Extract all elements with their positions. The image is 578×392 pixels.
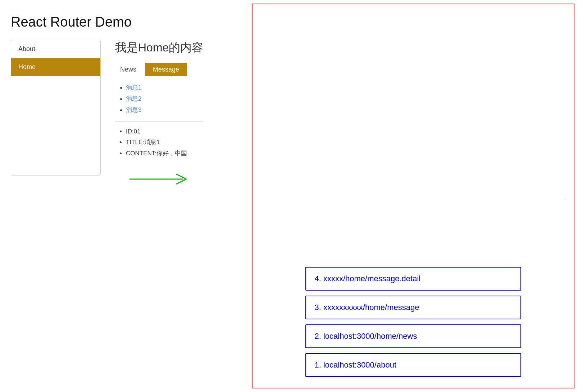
nav-item-about[interactable]: About — [11, 40, 100, 58]
detail-item-content: CONTENT:你好，中国 — [126, 149, 203, 158]
tabs-row: News Message — [115, 63, 203, 76]
list-item: 消息2 — [126, 95, 203, 103]
detail-list: ID:01 TITLE:消息1 CONTENT:你好，中国 — [115, 128, 203, 158]
tab-news-button[interactable]: News — [115, 63, 141, 76]
green-arrow-icon — [129, 172, 194, 186]
list-item: 消息3 — [126, 106, 203, 114]
detail-item-title: TITLE:消息1 — [126, 138, 203, 146]
route-boxes: 4. xxxxx/home/message.detail 3. xxxxxxxx… — [305, 267, 521, 377]
message-link-3[interactable]: 消息3 — [126, 106, 141, 113]
content-area: 我是Home的内容 News Message 消息1 消息2 消息3 — [115, 40, 203, 186]
page-wrapper: React Router Demo About Home 我是Home的内容 N… — [0, 0, 578, 392]
right-panel: · 4. xxxxx/home/message.detail 3. xxxxxx… — [252, 4, 574, 388]
message-link-2[interactable]: 消息2 — [126, 95, 141, 102]
route-box-3: 3. xxxxxxxxxx/home/message — [305, 296, 521, 319]
route-box-1: 1. localhost:3000/about — [305, 353, 521, 377]
list-item: 消息1 — [126, 83, 203, 92]
home-heading: 我是Home的内容 — [115, 40, 203, 56]
divider — [115, 121, 203, 122]
message-link-1[interactable]: 消息1 — [126, 84, 141, 91]
tab-message-button[interactable]: Message — [145, 63, 187, 76]
detail-item-id: ID:01 — [126, 128, 203, 135]
nav-sidebar: About Home — [11, 40, 101, 176]
app-title: React Router Demo — [11, 14, 241, 30]
nav-item-home[interactable]: Home — [11, 58, 100, 76]
left-panel: React Router Demo About Home 我是Home的内容 N… — [0, 0, 252, 392]
dot-decoration: · — [565, 196, 566, 201]
route-box-2: 2. localhost:3000/home/news — [305, 324, 521, 348]
message-list: 消息1 消息2 消息3 — [115, 83, 203, 114]
route-box-4: 4. xxxxx/home/message.detail — [305, 267, 521, 291]
arrow-area — [115, 172, 203, 186]
